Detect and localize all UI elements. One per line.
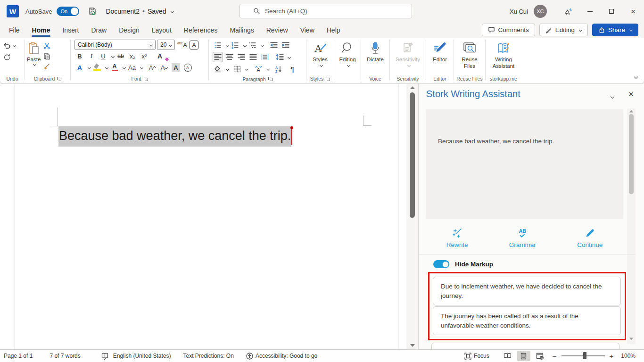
zoom-level[interactable]: 100% [621,353,636,359]
shading-button[interactable] [213,64,223,74]
word-count[interactable]: 7 of 7 words [50,353,80,359]
maximize-button[interactable] [601,0,622,23]
justify-button[interactable] [248,52,258,62]
grammar-button[interactable]: AB Grammar [509,228,536,248]
strikethrough-button[interactable]: ab [116,51,126,61]
font-name-select[interactable]: Calibri (Body) [74,40,156,50]
zoom-slider[interactable] [561,355,605,356]
read-mode-button[interactable] [501,351,514,361]
feedback-button[interactable] [557,0,579,23]
collapse-ribbon-button[interactable] [633,74,637,81]
dialog-launcher-icon[interactable] [144,77,148,81]
font-size-select[interactable]: 20 [157,40,175,50]
editor-button[interactable]: Editor [428,39,452,63]
format-painter-button[interactable] [43,63,50,70]
rewrite-button[interactable]: Rewrite [446,228,468,248]
tab-view[interactable]: View [294,23,321,38]
writing-assistant-button[interactable]: Writing Assistant [487,39,520,70]
scroll-up-icon[interactable] [629,110,633,113]
text-effects-button[interactable]: A [74,62,85,73]
close-button[interactable]: × [622,0,644,23]
subscript-button[interactable]: x₂ [127,51,138,61]
text-predictions-indicator[interactable]: Text Predictions: On [183,353,234,359]
sort-button[interactable]: AZ [273,64,284,74]
pane-close-button[interactable]: × [628,89,634,99]
web-layout-button[interactable] [533,351,546,361]
save-icon[interactable] [88,7,97,16]
chevron-down-icon[interactable] [140,66,143,69]
document-title[interactable]: Document2 • Saved [106,8,173,15]
scrollbar-thumb[interactable] [629,114,634,194]
zoom-out-button[interactable]: − [553,352,557,360]
highlight-color-button[interactable] [92,62,102,73]
hide-markup-toggle[interactable] [433,260,449,268]
chevron-down-icon[interactable] [288,55,291,58]
styles-button[interactable]: A Styles [308,39,332,66]
tab-review[interactable]: Review [260,23,294,38]
scroll-up-icon[interactable] [410,86,415,89]
grow-font-button[interactable]: A [147,62,157,73]
chevron-down-icon[interactable] [111,54,115,58]
tab-insert[interactable]: Insert [56,23,85,38]
change-case-aa-button[interactable]: Aa [127,62,137,73]
editing-button[interactable]: Editing [336,39,359,66]
continue-button[interactable]: Continue [577,228,603,248]
asian-layout-button[interactable]: A [253,64,264,74]
dictate-button[interactable]: Dictate [363,39,388,63]
tab-mailings[interactable]: Mailings [223,23,260,38]
font-color-button[interactable]: A [109,62,120,73]
suggestion-card-partial[interactable] [431,343,619,349]
chevron-down-icon[interactable] [88,66,91,69]
tab-help[interactable]: Help [321,23,347,38]
bullets-button[interactable] [213,40,223,50]
word-logo[interactable]: W [7,5,19,17]
share-button[interactable]: Share [592,24,638,36]
scrollbar-thumb[interactable] [410,92,415,218]
tab-draw[interactable]: Draw [85,23,113,38]
italic-button[interactable]: I [86,51,97,61]
comments-button[interactable]: Comments [482,24,535,36]
align-center-button[interactable] [224,52,235,62]
dialog-launcher-icon[interactable] [326,77,330,81]
document-text-line[interactable]: Because bad weather, we cancel the trip. [58,126,292,147]
document-scrollbar[interactable] [406,84,418,349]
enclose-characters-button[interactable]: A [182,62,193,73]
editing-mode-button[interactable]: Editing [539,24,588,36]
clear-formatting-button[interactable]: A [155,51,165,61]
tab-file[interactable]: File [3,23,26,38]
cut-button[interactable] [43,42,50,49]
document-canvas[interactable]: Because bad weather, we cancel the trip. [0,84,419,349]
accessibility-status[interactable]: Accessibility: Good to go [246,353,317,360]
superscript-button[interactable]: x² [139,51,149,61]
character-border-button[interactable]: A [190,41,198,49]
line-spacing-button[interactable] [274,52,285,62]
chevron-down-icon[interactable] [105,66,108,69]
chevron-down-icon[interactable] [123,66,126,69]
distribute-button[interactable] [260,52,270,62]
print-layout-button[interactable] [517,351,530,361]
dialog-launcher-icon[interactable] [268,77,272,81]
proofing-status[interactable] [101,352,108,360]
align-right-button[interactable] [236,52,247,62]
multilevel-list-button[interactable] [248,40,258,50]
chevron-down-icon[interactable] [245,67,248,70]
show-formatting-button[interactable]: ¶ [287,64,297,74]
decrease-indent-button[interactable] [269,40,279,50]
chevron-down-icon[interactable] [226,43,229,47]
tab-layout[interactable]: Layout [146,23,178,38]
minimize-button[interactable] [579,0,601,23]
shrink-font-button[interactable]: A [159,62,169,73]
change-case-button[interactable]: abcA [176,40,188,50]
numbering-button[interactable] [230,40,240,50]
increase-indent-button[interactable] [281,40,291,50]
dialog-launcher-icon[interactable] [57,77,61,81]
source-text-box[interactable]: Because bad weather, we cancel the trip. [426,109,623,219]
paste-button[interactable]: Paste [27,40,41,70]
suggestion-card[interactable]: The journey has been called off as a res… [433,306,621,335]
scroll-down-icon[interactable] [629,337,634,340]
tab-design[interactable]: Design [113,23,146,38]
search-input[interactable]: Search (Alt+Q) [239,4,412,18]
chevron-down-icon[interactable] [261,43,264,47]
bold-button[interactable]: B [74,51,85,61]
tab-home[interactable]: Home [26,23,57,38]
